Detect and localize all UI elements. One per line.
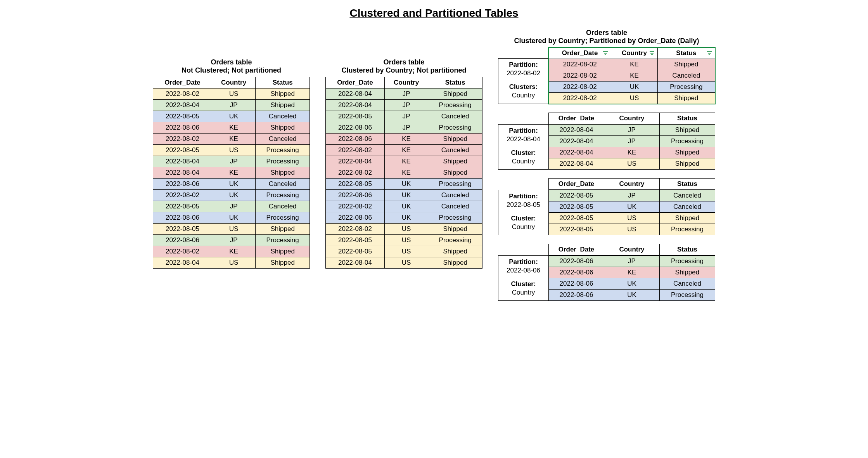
partition-table: Order_DateCountryStatus2022-08-02KEShipp… xyxy=(548,47,715,104)
cell-order_date: 2022-08-04 xyxy=(153,156,212,167)
column-header-status: Status xyxy=(660,244,715,255)
cell-order_date: 2022-08-06 xyxy=(153,122,212,134)
table-row: 2022-08-02KECanceled xyxy=(549,70,715,82)
cell-status: Shipped xyxy=(256,257,310,269)
cell-order_date: 2022-08-05 xyxy=(326,235,385,246)
cell-order_date: 2022-08-02 xyxy=(549,82,611,93)
table-row: 2022-08-06KEShipped xyxy=(549,267,715,278)
cell-country: US xyxy=(384,246,428,257)
cell-country: KE xyxy=(604,147,660,158)
table-row: 2022-08-02USShipped xyxy=(549,93,715,104)
cell-status: Canceled xyxy=(660,278,715,290)
cell-order_date: 2022-08-04 xyxy=(153,257,212,269)
table-row: 2022-08-02UKCanceled xyxy=(326,201,482,212)
partition-label: Partition:2022-08-06Cluster:Country xyxy=(498,255,548,301)
cell-country: UK xyxy=(212,111,255,122)
cell-country: UK xyxy=(384,179,428,190)
cell-country: JP xyxy=(604,125,660,136)
cell-status: Processing xyxy=(660,136,715,147)
cell-country: US xyxy=(212,145,255,156)
cell-status: Canceled xyxy=(256,134,310,145)
cell-country: US xyxy=(212,224,255,235)
partition-body-table: 2022-08-04JPShipped2022-08-04JPProcessin… xyxy=(548,124,715,170)
cell-status: Processing xyxy=(256,235,310,246)
cell-country: UK xyxy=(212,212,255,224)
cell-order_date: 2022-08-04 xyxy=(549,158,604,170)
layout: Orders table Not Clustered; Not partitio… xyxy=(11,29,857,309)
partition-label-spacer xyxy=(498,113,548,124)
cell-order_date: 2022-08-02 xyxy=(326,201,385,212)
cell-order_date: 2022-08-05 xyxy=(153,111,212,122)
cell-status: Processing xyxy=(256,190,310,201)
cell-country: US xyxy=(212,88,255,100)
cell-status: Canceled xyxy=(660,201,715,213)
table-row: 2022-08-05USShipped xyxy=(326,246,482,257)
table-row: 2022-08-02USShipped xyxy=(153,88,310,100)
cell-status: Canceled xyxy=(657,70,715,82)
cell-status: Shipped xyxy=(660,213,715,224)
cell-country: JP xyxy=(604,136,660,147)
cell-status: Shipped xyxy=(256,167,310,179)
cell-order_date: 2022-08-05 xyxy=(153,145,212,156)
cluster-field: Country xyxy=(512,92,535,99)
cell-order_date: 2022-08-02 xyxy=(153,190,212,201)
cell-order_date: 2022-08-04 xyxy=(326,88,385,100)
cell-country: JP xyxy=(212,100,255,111)
column-header-status: Status xyxy=(657,48,715,59)
cell-order_date: 2022-08-06 xyxy=(326,134,385,145)
cell-country: KE xyxy=(212,246,255,257)
table-row: 2022-08-02KECanceled xyxy=(326,145,482,156)
cell-country: JP xyxy=(384,88,428,100)
cell-order_date: 2022-08-02 xyxy=(326,224,385,235)
cell-order_date: 2022-08-06 xyxy=(549,290,604,301)
col-not-clustered: Orders table Not Clustered; Not partitio… xyxy=(153,58,310,269)
cell-order_date: 2022-08-02 xyxy=(326,167,385,179)
cell-order_date: 2022-08-04 xyxy=(326,257,385,269)
cell-status: Shipped xyxy=(428,167,482,179)
cell-country: US xyxy=(604,213,660,224)
cell-order_date: 2022-08-04 xyxy=(549,125,604,136)
page-title: Clustered and Partitioned Tables xyxy=(11,7,857,19)
table-subtitle: Not Clustered; Not partitioned xyxy=(153,66,310,75)
partition-body-table: 2022-08-05JPCanceled2022-08-05UKCanceled… xyxy=(548,190,715,235)
cell-country: UK xyxy=(384,201,428,212)
cell-order_date: 2022-08-02 xyxy=(549,59,611,70)
table-row: 2022-08-06JPProcessing xyxy=(549,256,715,267)
partition-date: 2022-08-02 xyxy=(507,69,540,77)
partition-label: Partition:2022-08-05Cluster:Country xyxy=(498,190,548,235)
table-row: 2022-08-02KEShipped xyxy=(153,246,310,257)
table-row: 2022-08-02KEShipped xyxy=(549,59,715,70)
cell-order_date: 2022-08-06 xyxy=(326,190,385,201)
cell-order_date: 2022-08-04 xyxy=(549,147,604,158)
partition-date: 2022-08-06 xyxy=(507,267,540,274)
cell-country: US xyxy=(212,257,255,269)
cell-country: JP xyxy=(604,190,660,201)
cell-status: Processing xyxy=(256,212,310,224)
cell-status: Shipped xyxy=(660,267,715,278)
cell-status: Shipped xyxy=(660,147,715,158)
cell-order_date: 2022-08-02 xyxy=(153,246,212,257)
partition-date: 2022-08-04 xyxy=(507,135,540,143)
cell-country: UK xyxy=(384,190,428,201)
cluster-field: Country xyxy=(512,158,535,165)
cell-order_date: 2022-08-05 xyxy=(549,201,604,213)
cell-country: US xyxy=(384,257,428,269)
table-row: 2022-08-05USProcessing xyxy=(326,235,482,246)
cell-country: US xyxy=(604,224,660,235)
column-header-order_date: Order_Date xyxy=(326,77,385,88)
cell-order_date: 2022-08-06 xyxy=(326,212,385,224)
partition-block: Order_DateCountryStatusPartition:2022-08… xyxy=(498,244,715,301)
table-row: 2022-08-02UKProcessing xyxy=(549,82,715,93)
cell-status: Shipped xyxy=(428,88,482,100)
cell-country: UK xyxy=(212,190,255,201)
column-header-order_date: Order_Date xyxy=(153,77,212,88)
cell-status: Shipped xyxy=(660,125,715,136)
cell-status: Canceled xyxy=(428,111,482,122)
table-row: 2022-08-04JPShipped xyxy=(326,88,482,100)
cluster-heading: Cluster: xyxy=(511,215,536,222)
cell-country: UK xyxy=(604,278,660,290)
table-row: 2022-08-04JPProcessing xyxy=(326,100,482,111)
cell-order_date: 2022-08-05 xyxy=(549,190,604,201)
cell-country: KE xyxy=(212,122,255,134)
cell-order_date: 2022-08-06 xyxy=(549,267,604,278)
